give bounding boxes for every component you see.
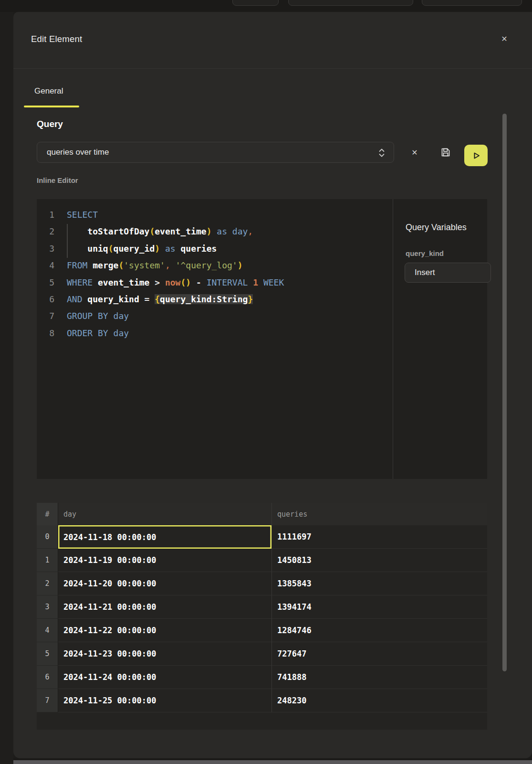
background-button[interactable] <box>232 0 279 6</box>
code-token <box>93 277 98 287</box>
line-number: 4 <box>37 257 54 274</box>
table-row: 62024-11-24 00:00:00741888 <box>37 666 487 689</box>
code-token: ) <box>207 226 212 236</box>
row-index-cell[interactable]: 0 <box>37 525 58 549</box>
code-token <box>93 328 98 338</box>
screen: Edit Element ✕ General Query queries ove… <box>0 0 532 764</box>
results-table: # day queries 02024-11-18 00:00:00111169… <box>37 503 487 730</box>
background-button[interactable] <box>422 0 522 6</box>
queries-cell[interactable]: 741888 <box>272 666 487 689</box>
code-token: toStartOfDay <box>87 226 149 236</box>
code-token <box>227 226 232 236</box>
updown-chevron-icon <box>377 148 386 157</box>
save-icon[interactable] <box>437 142 454 163</box>
code-token: AND <box>67 294 83 304</box>
close-icon[interactable]: ✕ <box>498 32 511 45</box>
code-line[interactable]: 1SELECT <box>37 206 393 223</box>
code-token: ORDER <box>67 328 93 338</box>
code-token <box>83 294 88 304</box>
inline-editor-label: Inline Editor <box>37 176 78 184</box>
code-token <box>93 311 98 321</box>
code-token: = <box>145 294 150 304</box>
day-cell[interactable]: 2024-11-19 00:00:00 <box>58 549 272 572</box>
queries-cell[interactable]: 1111697 <box>272 525 487 549</box>
line-number: 5 <box>37 274 54 291</box>
tab-active-underline <box>24 106 79 107</box>
row-index-cell[interactable]: 7 <box>37 689 58 712</box>
day-cell[interactable]: 2024-11-20 00:00:00 <box>58 572 272 595</box>
edit-element-dialog: Edit Element ✕ General Query queries ove… <box>13 12 532 758</box>
code-token: 1 <box>253 277 258 287</box>
query-select-value: queries over time <box>47 148 377 157</box>
code-token: GROUP <box>67 311 93 321</box>
day-cell-selected[interactable]: 2024-11-18 00:00:00 <box>58 525 272 549</box>
code-line[interactable]: 2 toStartOfDay(event_time) as day, <box>37 223 393 240</box>
query-select[interactable]: queries over time <box>37 142 394 163</box>
code-line[interactable]: 6AND query_kind = {query_kind:String} <box>37 291 393 308</box>
day-cell[interactable]: 2024-11-25 00:00:00 <box>58 689 272 712</box>
results-table-body: 02024-11-18 00:00:00111169712024-11-19 0… <box>37 525 487 712</box>
code-token <box>160 244 165 254</box>
sql-editor[interactable]: 1SELECT2 toStartOfDay(event_time) as day… <box>37 199 487 479</box>
code-token: - <box>196 277 201 287</box>
queries-cell[interactable]: 1394174 <box>272 595 487 619</box>
insert-variable-button[interactable]: Insert <box>405 263 491 283</box>
code-lines[interactable]: 1SELECT2 toStartOfDay(event_time) as day… <box>37 199 393 479</box>
code-token: event_time <box>98 277 149 287</box>
code-token: as <box>165 244 176 254</box>
day-cell[interactable]: 2024-11-22 00:00:00 <box>58 619 272 642</box>
table-row: 02024-11-18 00:00:001111697 <box>37 525 487 549</box>
code-token: SELECT <box>67 210 98 220</box>
run-query-button[interactable] <box>464 145 488 166</box>
code-token <box>87 260 93 270</box>
query-section-heading: Query <box>37 119 63 129</box>
code-token <box>176 244 181 254</box>
row-index-cell[interactable]: 5 <box>37 642 58 666</box>
query-variables-panel: Query Variables query_kind Insert <box>393 199 487 479</box>
code-token: ) <box>155 244 160 254</box>
code-line[interactable]: 4FROM merge('system', '^query_log') <box>37 257 393 274</box>
play-icon <box>470 149 482 162</box>
code-token: WHERE <box>67 277 93 287</box>
day-cell[interactable]: 2024-11-23 00:00:00 <box>58 642 272 666</box>
table-row: 72024-11-25 00:00:00248230 <box>37 689 487 712</box>
code-token: query_id <box>114 244 155 254</box>
column-header-day[interactable]: day <box>58 503 272 525</box>
code-line[interactable]: 5WHERE event_time > now() - INTERVAL 1 W… <box>37 274 393 291</box>
column-header-index[interactable]: # <box>37 503 58 525</box>
code-token <box>149 277 155 287</box>
background-left-strip <box>0 12 13 764</box>
code-token: queries <box>180 244 217 254</box>
code-token: BY <box>98 311 108 321</box>
row-index-cell[interactable]: 4 <box>37 619 58 642</box>
code-token <box>191 277 196 287</box>
code-token: , <box>248 226 253 236</box>
line-number: 7 <box>37 308 54 324</box>
row-index-cell[interactable]: 1 <box>37 549 58 572</box>
queries-cell[interactable]: 1450813 <box>272 549 487 572</box>
tab-general[interactable]: General <box>34 86 63 96</box>
queries-cell[interactable]: 1284746 <box>272 619 487 642</box>
code-token: merge <box>93 260 118 270</box>
row-index-cell[interactable]: 6 <box>37 666 58 689</box>
day-cell[interactable]: 2024-11-24 00:00:00 <box>58 666 272 689</box>
row-index-cell[interactable]: 3 <box>37 595 58 619</box>
background-button[interactable] <box>288 0 413 6</box>
day-cell[interactable]: 2024-11-21 00:00:00 <box>58 595 272 619</box>
column-header-queries[interactable]: queries <box>272 503 487 525</box>
code-token <box>201 277 207 287</box>
code-token: event_time <box>155 226 206 236</box>
queries-cell[interactable]: 248230 <box>272 689 487 712</box>
clear-icon[interactable]: ✕ <box>406 142 423 163</box>
vertical-scrollbar[interactable] <box>502 114 507 671</box>
queries-cell[interactable]: 1385843 <box>272 572 487 595</box>
queries-cell[interactable]: 727647 <box>272 642 487 666</box>
code-line[interactable]: 7GROUP BY day <box>37 308 393 324</box>
dialog-title: Edit Element <box>31 34 82 44</box>
code-line[interactable]: 8ORDER BY day <box>37 325 393 341</box>
code-line[interactable]: 3 uniq(query_id) as queries <box>37 240 393 257</box>
row-index-cell[interactable]: 2 <box>37 572 58 595</box>
code-token: as <box>217 226 227 236</box>
table-row: 42024-11-22 00:00:001284746 <box>37 619 487 642</box>
background-toolbar <box>0 0 532 12</box>
